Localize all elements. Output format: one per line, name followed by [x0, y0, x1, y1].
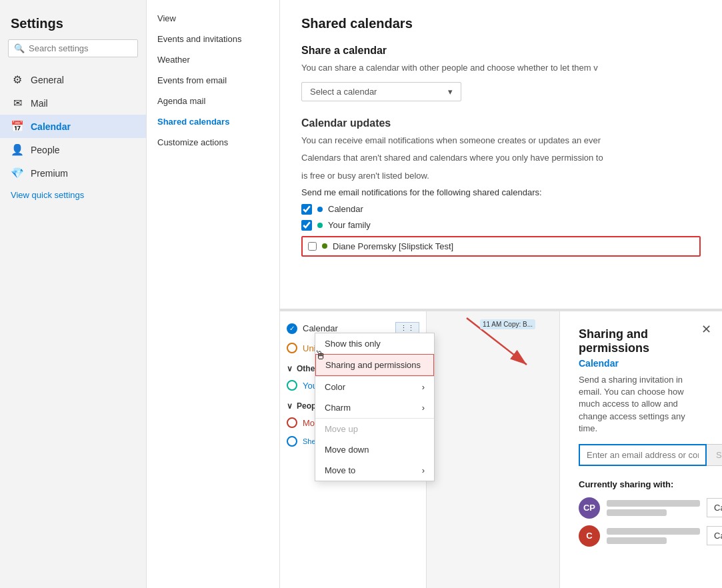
sidebar-item-general[interactable]: ⚙ General	[0, 68, 146, 91]
search-icon: 🔍	[14, 43, 25, 53]
ctx-sharing-label: Sharing and permissions	[325, 360, 421, 370]
sharing-panel: ✕ Sharing and permissions Calendar Send …	[560, 311, 722, 588]
close-button[interactable]: ✕	[701, 322, 711, 337]
permission-label-cp: Can edit	[714, 503, 722, 513]
people-icon: 👤	[11, 143, 24, 156]
sharing-panel-title: Sharing and permissions	[579, 327, 703, 355]
email-input[interactable]	[579, 444, 707, 466]
subnav-shared-calendars[interactable]: Shared calendars	[147, 111, 279, 132]
subnav-view[interactable]: View	[147, 8, 279, 29]
ctx-charm[interactable]: Charm ›	[315, 397, 434, 418]
sidebar-item-people[interactable]: 👤 People	[0, 138, 146, 161]
info-bar-narrow-cp	[607, 509, 667, 516]
ctx-charm-label: Charm	[325, 403, 351, 413]
diane-label: Diane Poremsky [Slipstick Test]	[333, 241, 453, 251]
your-family-checkbox-row: Your family	[301, 220, 701, 231]
ctx-move-up-label: Move up	[325, 424, 358, 434]
select-calendar-dropdown[interactable]: Select a calendar ▾	[301, 82, 461, 101]
calendar-label: Calendar	[328, 204, 363, 214]
diane-checkbox[interactable]	[308, 242, 317, 251]
calendar-checkbox[interactable]	[301, 204, 312, 215]
calendar-updates-title: Calendar updates	[301, 117, 701, 129]
top-section: Shared calendars Share a calendar You ca…	[280, 0, 722, 311]
info-bar-wide-cp	[607, 500, 700, 507]
cal-checkbox-us-holidays[interactable]	[287, 343, 297, 353]
cal-checkbox-calendar[interactable]	[287, 323, 297, 334]
share-section-title: Share a calendar	[301, 45, 701, 57]
cal-checkbox-your-family[interactable]	[287, 380, 297, 391]
chevron-down-icon: ▾	[448, 87, 453, 97]
currently-sharing-label: Currently sharing with:	[579, 479, 703, 489]
sidebar-item-calendar[interactable]: 📅 Calendar	[0, 115, 146, 138]
share-button[interactable]: Share	[707, 444, 722, 466]
page-title: Shared calendars	[301, 16, 701, 31]
sidebar-item-label: General	[31, 75, 64, 85]
sharing-info-c	[607, 528, 700, 544]
search-box[interactable]: 🔍	[8, 39, 138, 57]
share-section-desc: You can share a calendar with other peop…	[301, 62, 701, 74]
calendar-icon: 📅	[11, 120, 24, 133]
sharing-row-c: C Can edit ∨ 🗑	[579, 525, 703, 547]
search-input[interactable]	[29, 43, 132, 53]
subnav-events-invitations[interactable]: Events and invitations	[147, 29, 279, 49]
permission-label-c: Can edit	[714, 531, 722, 541]
ctx-move-up: Move up	[315, 419, 434, 439]
ctx-sharing-permissions[interactable]: Sharing and permissions	[315, 354, 434, 376]
ctx-color-label: Color	[325, 382, 345, 392]
sidebar-item-label: Calendar	[31, 121, 71, 132]
sidebar-item-label: People	[31, 145, 60, 155]
sidebar-item-label: Premium	[31, 168, 68, 179]
your-family-checkbox[interactable]	[301, 220, 312, 231]
ctx-move-down[interactable]: Move down	[315, 439, 434, 460]
collapse-icon: ∨	[287, 364, 293, 373]
sidebar: Settings 🔍 ⚙ General ✉ Mail 📅 Calendar 👤…	[0, 0, 147, 588]
sharing-row-cp: CP Can edit ∨ 🗑	[579, 497, 703, 519]
email-input-row: Share	[579, 444, 703, 466]
calendar-dot	[317, 207, 323, 212]
permission-select-c[interactable]: Can edit ∨	[707, 526, 722, 545]
permission-select-cp[interactable]: Can edit ∨	[707, 498, 722, 517]
sidebar-item-premium[interactable]: 💎 Premium	[0, 161, 146, 185]
sharing-panel-desc: Send a sharing invitation in email. You …	[579, 374, 703, 435]
info-bar-wide-c	[607, 528, 700, 535]
family-dot	[317, 223, 323, 228]
calendar-checkbox-row: Calendar	[301, 204, 701, 215]
context-menu: Show this only Sharing and permissions C…	[315, 333, 435, 481]
diane-outlined-row: Diane Poremsky [Slipstick Test]	[301, 236, 701, 257]
cal-name-calendar: Calendar	[303, 323, 338, 333]
chevron-right-icon: ›	[422, 382, 425, 392]
main-wrapper: Shared calendars Share a calendar You ca…	[280, 0, 722, 588]
subnav-weather[interactable]: Weather	[147, 49, 279, 70]
family-label: Your family	[328, 220, 371, 230]
updates-desc-3: is free or busy aren't listed below.	[301, 170, 701, 182]
settings-title: Settings	[0, 11, 146, 39]
bottom-section: Calendar ⋮⋮ United States holidays ∨ Oth…	[280, 311, 722, 588]
avatar-c: C	[579, 525, 600, 547]
diane-dot	[322, 243, 327, 249]
subnav-customize-actions[interactable]: Customize actions	[147, 132, 279, 153]
quick-settings-link[interactable]: View quick settings	[0, 185, 146, 205]
subnav: View Events and invitations Weather Even…	[147, 0, 280, 588]
cal-view-area: 11 AM Copy: B...	[427, 311, 560, 588]
gear-icon: ⚙	[11, 73, 24, 86]
calendar-list-pane: Calendar ⋮⋮ United States holidays ∨ Oth…	[280, 311, 427, 588]
cal-checkbox-sheffield[interactable]	[287, 436, 297, 447]
collapse-icon-2: ∨	[287, 401, 293, 411]
subnav-events-from-email[interactable]: Events from email	[147, 70, 279, 91]
updates-desc-2: Calendars that aren't shared and calenda…	[301, 152, 701, 164]
select-calendar-label: Select a calendar	[310, 87, 377, 97]
ctx-move-to[interactable]: Move to ›	[315, 460, 434, 481]
arrow-svg	[427, 311, 559, 588]
sidebar-item-mail[interactable]: ✉ Mail	[0, 91, 146, 115]
chevron-right-icon-3: ›	[422, 465, 425, 475]
subnav-agenda-mail[interactable]: Agenda mail	[147, 91, 279, 111]
cal-checkbox-moon[interactable]	[287, 417, 297, 428]
mail-icon: ✉	[11, 97, 24, 109]
cal-snippet: 11 AM Copy: B...	[480, 319, 535, 329]
ctx-show-this-only[interactable]: Show this only	[315, 333, 434, 354]
premium-icon: 💎	[11, 167, 24, 179]
options-icon: ⋮⋮	[400, 324, 415, 333]
ctx-move-to-label: Move to	[325, 465, 355, 475]
ctx-color[interactable]: Color ›	[315, 377, 434, 397]
sharing-info-cp	[607, 500, 700, 516]
